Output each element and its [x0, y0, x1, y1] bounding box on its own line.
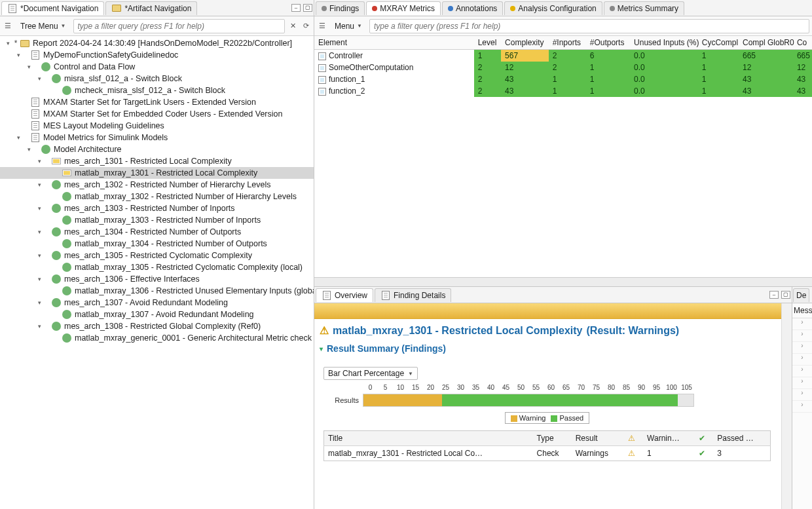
minimize-button[interactable]: –: [769, 291, 779, 299]
horizontal-scrollbar[interactable]: [314, 277, 812, 286]
menu-icon[interactable]: ☰: [3, 21, 13, 31]
column-header[interactable]: Co: [793, 36, 812, 50]
tree-node[interactable]: ▾misra_slsf_012_a - Switch Block: [0, 73, 314, 85]
chart-mode-select[interactable]: Bar Chart Percentage ▼: [323, 367, 418, 380]
side-row[interactable]: ›: [792, 354, 812, 366]
expander-icon[interactable]: ▾: [35, 250, 43, 261]
tree-node[interactable]: matlab_mxray_1302 - Restricted Number of…: [0, 191, 314, 202]
minimize-button[interactable]: –: [291, 4, 301, 12]
expander-icon[interactable]: ▾: [14, 132, 22, 143]
tree-node[interactable]: ▾Model Architecture: [0, 143, 314, 155]
side-row[interactable]: ›: [792, 389, 812, 401]
tree-node[interactable]: ▾mes_arch_1307 - Avoid Redundant Modelin…: [0, 297, 314, 309]
expander-icon[interactable]: ▾: [35, 202, 43, 214]
column-header[interactable]: #Outports: [586, 36, 630, 50]
tree-node[interactable]: ▾*Report 2024-04-24 14:30:49 [HandsOnDem…: [0, 37, 314, 49]
tree-node[interactable]: ▾mes_arch_1301 - Restricted Local Comple…: [0, 155, 314, 167]
tree-node[interactable]: ▾MyDemoFunctionSafetyGuidelinedoc: [0, 49, 314, 61]
column-header[interactable]: #Inports: [549, 36, 586, 50]
refresh-icon[interactable]: ⟳: [301, 21, 311, 31]
tree-node[interactable]: matlab_mxray_1305 - Restricted Cyclomati…: [0, 261, 314, 273]
column-header[interactable]: Passed …: [713, 431, 770, 446]
tree-menu-button[interactable]: Tree Menu ▼: [16, 19, 71, 33]
cell-element: Controller: [314, 50, 474, 62]
tree-node[interactable]: matlab_mxray_1306 - Restricted Unused El…: [0, 285, 314, 297]
tree-node[interactable]: ▾mes_arch_1302 - Restricted Number of Hi…: [0, 179, 314, 191]
column-header[interactable]: CycCompl: [698, 36, 739, 50]
column-header[interactable]: Complexity: [501, 36, 549, 50]
maximize-button[interactable]: ▢: [303, 4, 312, 12]
side-row[interactable]: ›: [792, 366, 812, 377]
expander-icon[interactable]: ▾: [35, 73, 43, 85]
expander-icon[interactable]: ▾: [4, 37, 12, 49]
tree-node[interactable]: ▾Control and Data Flow: [0, 61, 314, 73]
tab-de[interactable]: De: [793, 288, 809, 302]
column-header[interactable]: ✔: [695, 431, 713, 446]
expander-icon[interactable]: ▾: [25, 61, 33, 73]
element-icon: [318, 76, 326, 84]
expander-icon[interactable]: ▾: [25, 143, 33, 155]
menu-button[interactable]: Menu ▼: [330, 19, 367, 33]
tree-node[interactable]: mcheck_misra_slsf_012_a - Switch Block: [0, 85, 314, 96]
column-header[interactable]: Compl GlobR0: [739, 36, 793, 50]
metrics-table[interactable]: ElementLevelComplexity#Inports#OutportsU…: [314, 36, 812, 97]
table-row[interactable]: matlab_mxray_1301 - Restricted Local Co……: [324, 446, 771, 461]
column-header[interactable]: Type: [533, 431, 572, 446]
navigation-tree[interactable]: ▾*Report 2024-04-24 14:30:49 [HandsOnDem…: [0, 36, 314, 509]
tab-document-navigation[interactable]: *Document Navigation: [1, 1, 104, 15]
table-row[interactable]: function_2243110.014343: [314, 85, 812, 97]
tree-node[interactable]: matlab_mxray_1303 - Restricted Number of…: [0, 214, 314, 226]
tab-mxray-metrics[interactable]: MXRAY Metrics: [366, 1, 441, 15]
tree-node[interactable]: ▾mes_arch_1305 - Restricted Cyclomatic C…: [0, 250, 314, 261]
column-header[interactable]: Unused Inputs (%): [630, 36, 698, 50]
column-header[interactable]: Element: [314, 36, 474, 50]
side-row[interactable]: ›: [792, 330, 812, 342]
maximize-button[interactable]: ▢: [781, 291, 790, 299]
tab-annotations[interactable]: Annotations: [442, 1, 503, 15]
tree-node[interactable]: MXAM Starter Set for TargetLink Users - …: [0, 96, 314, 108]
tree-node[interactable]: ▾mes_arch_1308 - Restricted Global Compl…: [0, 320, 314, 332]
table-row[interactable]: Controller1567260.01665665: [314, 50, 812, 62]
tree-node[interactable]: matlab_mxray_1307 - Avoid Redundant Mode…: [0, 309, 314, 320]
table-row[interactable]: function_1243110.014343: [314, 73, 812, 85]
vertical-scrollbar[interactable]: [781, 303, 792, 509]
side-row[interactable]: ›: [792, 401, 812, 413]
column-header[interactable]: Warnin…: [643, 431, 695, 446]
column-header[interactable]: Level: [474, 36, 501, 50]
side-row[interactable]: ›: [792, 377, 812, 389]
tab-overview[interactable]: Overview: [316, 288, 373, 302]
tree-node[interactable]: ▾Model Metrics for Simulink Models: [0, 132, 314, 143]
tree-node[interactable]: ▾mes_arch_1303 - Restricted Number of In…: [0, 202, 314, 214]
tab-analysis-configuration[interactable]: Analysis Configuration: [504, 1, 602, 15]
left-filter-input[interactable]: [73, 19, 285, 33]
expander-icon[interactable]: ▾: [35, 273, 43, 285]
tree-node[interactable]: MXAM Starter Set for Embedded Coder User…: [0, 108, 314, 120]
tree-node[interactable]: MES Layout Modeling Guidelines: [0, 120, 314, 132]
tab-findings[interactable]: Findings: [316, 1, 365, 15]
right-filter-input[interactable]: [369, 19, 809, 33]
findings-table[interactable]: TitleTypeResult⚠Warnin…✔Passed … matlab_…: [323, 430, 771, 461]
column-header[interactable]: ⚠: [624, 431, 644, 446]
column-header[interactable]: Title: [324, 431, 533, 446]
menu-icon[interactable]: ☰: [317, 21, 327, 31]
tree-node[interactable]: ▾mes_arch_1306 - Effective Interfaces: [0, 273, 314, 285]
tab-metrics-summary[interactable]: Metrics Summary: [604, 1, 684, 15]
table-row[interactable]: SomeOtherComputation212210.011212: [314, 62, 812, 73]
expander-icon[interactable]: ▾: [35, 155, 43, 167]
tree-node[interactable]: matlab_mxray_1301 - Restricted Local Com…: [0, 167, 314, 179]
expander-icon[interactable]: ▾: [35, 226, 43, 238]
side-row[interactable]: ›: [792, 318, 812, 330]
expander-icon[interactable]: ▾: [14, 49, 22, 61]
clear-filter-icon[interactable]: ✕: [287, 21, 298, 31]
tree-node[interactable]: ▾mes_arch_1304 - Restricted Number of Ou…: [0, 226, 314, 238]
expander-icon[interactable]: ▾: [35, 179, 43, 191]
section-result-summary[interactable]: ▾ Result Summary (Findings): [320, 339, 775, 358]
tree-node[interactable]: matlab_mxray_1304 - Restricted Number of…: [0, 238, 314, 250]
expander-icon[interactable]: ▾: [35, 297, 43, 309]
expander-icon[interactable]: ▾: [35, 320, 43, 332]
tab-artifact-navigation[interactable]: *Artifact Navigation: [105, 1, 197, 15]
tree-node[interactable]: matlab_mxray_generic_0001 - Generic Arch…: [0, 332, 314, 344]
tab-finding-details[interactable]: Finding Details: [375, 288, 451, 302]
column-header[interactable]: Result: [572, 431, 624, 446]
side-row[interactable]: ›: [792, 342, 812, 354]
